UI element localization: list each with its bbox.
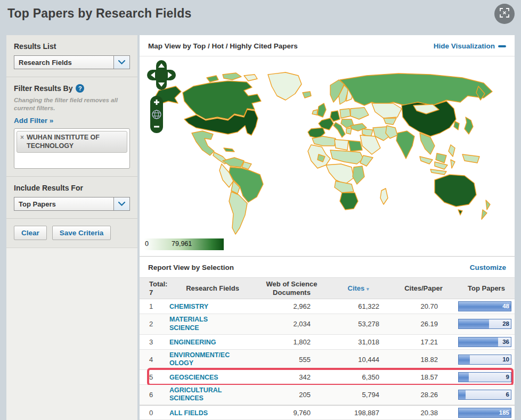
content-area: Results List Research Fields Filter Resu…: [6, 35, 515, 420]
field-link[interactable]: CHEMISTRY: [169, 303, 208, 311]
cites-cell: 53,278: [328, 320, 389, 328]
top-papers-bar: 10: [458, 355, 511, 365]
field-link[interactable]: GEOSCIENCES: [169, 374, 218, 382]
docs-cell: 2,962: [256, 302, 328, 310]
cites-per-paper-cell: 18.57: [389, 373, 458, 381]
table-row: 2 MATERIALS SCIENCE 2,034 53,278 26.19 2…: [140, 314, 515, 334]
field-link[interactable]: ALL FIELDS: [169, 409, 208, 418]
cites-per-paper-cell: 28.26: [389, 391, 458, 399]
include-results-value: Top Papers: [14, 197, 113, 210]
cites-cell: 198,887: [328, 409, 389, 417]
world-map[interactable]: [143, 70, 510, 247]
criteria-buttons-section: Clear Save Criteria: [6, 218, 137, 248]
field-link[interactable]: AGRICULTURAL SCIENCES: [169, 386, 233, 403]
table-row-total: 0 ALL FIELDS 9,760 198,887 20.38 185: [140, 405, 515, 420]
field-link[interactable]: ENGINEERING: [169, 339, 216, 347]
cites-per-paper-cell: 17.21: [389, 338, 458, 346]
cites-per-paper-cell: 20.70: [389, 302, 458, 310]
minus-icon: [498, 45, 506, 47]
results-list-dropdown[interactable]: Research Fields: [14, 55, 130, 69]
cites-per-paper-header: Cites/Paper: [389, 284, 458, 293]
docs-cell: 205: [256, 391, 328, 399]
table-row: 1 CHEMISTRY 2,962 61,322 20.70 48: [140, 299, 515, 314]
world-map-container: 0 79,961: [140, 56, 515, 256]
results-list-section: Results List Research Fields: [6, 35, 137, 77]
chevron-down-icon: [113, 56, 129, 69]
cites-cell: 10,444: [328, 356, 389, 364]
top-papers-header: Top Papers: [458, 284, 515, 293]
map-legend: 0 79,961: [144, 238, 224, 250]
top-papers-bar: 28: [458, 319, 511, 329]
docs-cell: 2,034: [256, 320, 328, 328]
table-row: 6 AGRICULTURAL SCIENCES 205 5,794 28.26 …: [140, 385, 515, 405]
rank-cell: 2: [140, 320, 167, 328]
map-controls: [147, 60, 176, 135]
cites-per-paper-cell: 20.38: [389, 409, 458, 417]
map-view-title: Map View by Top / Hot / Highly Cited Pap…: [148, 42, 298, 50]
filter-tag-label: WUHAN INSTITUTE OF TECHNOLOGY: [27, 134, 124, 150]
cites-per-paper-cell: 26.19: [389, 320, 458, 328]
table-row: 5 GEOSCIENCES 342 6,350 18.57 9: [140, 370, 515, 385]
include-results-label: Include Results For: [14, 184, 130, 192]
sidebar-filler: [6, 248, 137, 420]
rank-cell: 4: [140, 356, 167, 364]
table-header-row: Total: 7 Research Fields Web of Science …: [140, 277, 515, 299]
add-filter-link[interactable]: Add Filter »: [14, 117, 53, 125]
legend-min-label: 0: [145, 240, 149, 248]
main-panel: Map View by Top / Hot / Highly Cited Pap…: [140, 35, 515, 420]
include-results-section: Include Results For Top Papers: [6, 176, 137, 218]
top-papers-bar: 6: [458, 390, 511, 400]
remove-filter-icon[interactable]: ×: [20, 134, 24, 150]
save-criteria-button[interactable]: Save Criteria: [52, 226, 111, 240]
total-header: Total: 7: [140, 280, 167, 297]
docs-cell: 555: [256, 356, 328, 364]
rank-cell: 3: [140, 338, 167, 346]
results-list-value: Research Fields: [14, 56, 113, 69]
sidebar: Results List Research Fields Filter Resu…: [6, 35, 137, 420]
cites-cell: 61,322: [328, 302, 389, 310]
report-section: Report View by Selection Customize Total…: [140, 256, 515, 420]
include-results-dropdown[interactable]: Top Papers: [14, 197, 130, 211]
cites-per-paper-cell: 18.82: [389, 356, 458, 364]
customize-link[interactable]: Customize: [470, 263, 506, 271]
table-row: 3 ENGINEERING 1,802 31,018 17.21 36: [140, 335, 515, 350]
docs-cell: 1,802: [256, 338, 328, 346]
rank-cell: 6: [140, 391, 167, 399]
cites-cell: 6,350: [328, 373, 389, 381]
cites-cell: 5,794: [328, 391, 389, 399]
help-icon[interactable]: ?: [76, 84, 84, 93]
results-list-label: Results List: [14, 42, 130, 51]
docs-cell: 342: [256, 373, 328, 381]
rank-cell: 1: [140, 302, 167, 310]
legend-max-label: 79,961: [172, 240, 192, 248]
table-row: 4 ENVIRONMENT/ECOLOGY 555 10,444 18.82 1…: [140, 350, 515, 370]
fullscreen-button[interactable]: [494, 4, 515, 24]
sort-desc-icon: ▾: [367, 286, 369, 292]
cites-header[interactable]: Cites ▾: [328, 284, 389, 293]
filter-box: × WUHAN INSTITUTE OF TECHNOLOGY: [14, 128, 130, 169]
top-papers-bar: 9: [458, 372, 511, 382]
zoom-control[interactable]: [150, 96, 163, 133]
top-papers-bar: 48: [458, 301, 511, 311]
rank-cell: 0: [140, 409, 167, 417]
page-title: Top Papers by Research Fields: [0, 0, 521, 21]
clear-button[interactable]: Clear: [14, 226, 47, 240]
hide-visualization-link[interactable]: Hide Visualization: [434, 42, 506, 50]
top-papers-bar: 36: [458, 337, 511, 347]
chevron-down-icon: [113, 197, 129, 210]
filter-results-label: Filter Results By: [14, 84, 72, 93]
docs-cell: 9,760: [256, 409, 328, 417]
expand-icon: [499, 7, 510, 20]
filter-note: Changing the filter field removes all cu…: [14, 96, 130, 112]
filter-tag[interactable]: × WUHAN INSTITUTE OF TECHNOLOGY: [17, 131, 127, 153]
cites-cell: 31,018: [328, 338, 389, 346]
pan-control[interactable]: [147, 60, 176, 90]
top-papers-bar: 185: [458, 408, 511, 418]
rank-cell: 5: [140, 373, 167, 381]
report-view-title: Report View by Selection: [148, 263, 234, 271]
field-link[interactable]: ENVIRONMENT/ECOLOGY: [169, 351, 233, 368]
wos-documents-header: Web of Science Documents: [256, 280, 328, 297]
research-fields-header: Research Fields: [167, 284, 256, 293]
filter-section: Filter Results By ? Changing the filter …: [6, 77, 137, 176]
field-link[interactable]: MATERIALS SCIENCE: [169, 316, 233, 332]
